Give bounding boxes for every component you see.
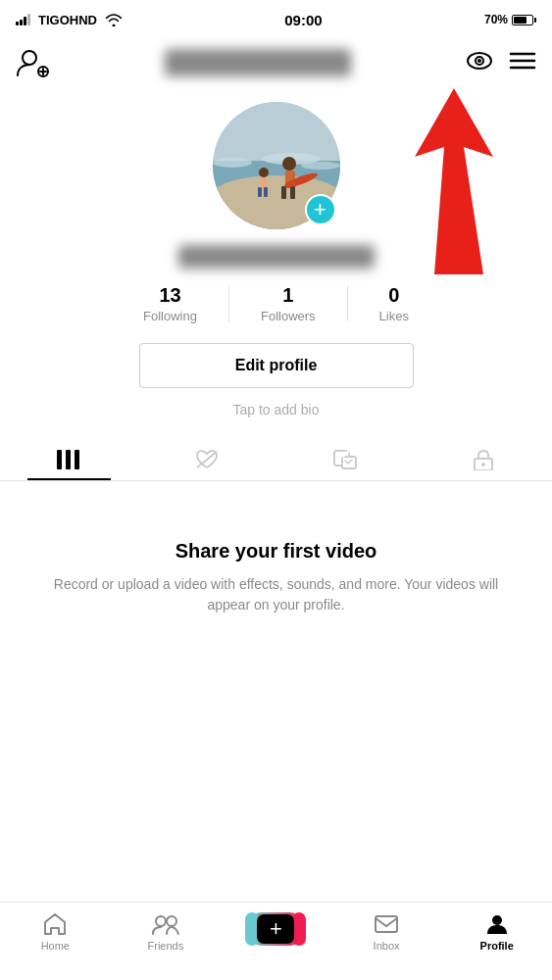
- nav-inbox[interactable]: Inbox: [331, 912, 442, 952]
- svg-rect-28: [66, 450, 71, 469]
- following-count: 13: [159, 284, 180, 307]
- nav-home-label: Home: [41, 940, 70, 952]
- likes-count: 0: [388, 284, 399, 307]
- svg-point-39: [492, 915, 502, 925]
- stats-row: 13 Following 1 Followers 0 Likes: [0, 284, 552, 323]
- nav-profile-label: Profile: [480, 940, 514, 952]
- svg-rect-20: [258, 187, 262, 197]
- likes-label: Likes: [379, 309, 409, 323]
- tab-tagged[interactable]: [276, 437, 415, 480]
- followers-label: Followers: [261, 309, 316, 323]
- nav-inbox-label: Inbox: [374, 940, 400, 952]
- svg-rect-21: [264, 187, 268, 197]
- edit-profile-button[interactable]: Edit profile: [139, 343, 414, 388]
- nav-profile[interactable]: Profile: [441, 912, 552, 952]
- tab-my-videos[interactable]: [0, 437, 138, 480]
- status-bar: TIGOHND 09:00 70%: [0, 0, 552, 35]
- svg-point-18: [259, 168, 269, 177]
- battery-icon: [512, 15, 536, 25]
- svg-point-0: [23, 51, 36, 65]
- nav-friends[interactable]: Friends: [111, 912, 222, 952]
- likes-stat[interactable]: 0 Likes: [348, 284, 440, 323]
- nav-friends-label: Friends: [148, 940, 184, 952]
- top-nav: [0, 35, 552, 90]
- status-left: TIGOHND: [16, 13, 123, 27]
- username-title-blur: [165, 49, 351, 76]
- svg-rect-25: [290, 186, 295, 199]
- create-icon: +: [257, 914, 294, 944]
- create-button[interactable]: +: [251, 912, 300, 946]
- bio-placeholder[interactable]: Tap to add bio: [233, 402, 320, 417]
- profile-section: + 13 Following 1 Followers 0 Likes Edit …: [0, 90, 552, 481]
- wifi-icon: [105, 14, 123, 26]
- svg-rect-38: [376, 916, 397, 932]
- svg-point-36: [156, 916, 166, 926]
- svg-rect-27: [57, 450, 62, 469]
- username-blur: [178, 245, 375, 269]
- add-photo-button[interactable]: +: [305, 194, 336, 225]
- menu-icon[interactable]: [509, 51, 536, 74]
- tab-liked-videos[interactable]: [138, 437, 276, 480]
- svg-point-13: [213, 158, 252, 168]
- empty-description: Record or upload a video with effects, s…: [39, 574, 513, 615]
- following-label: Following: [143, 309, 197, 323]
- signal-icon: [16, 14, 30, 25]
- empty-state: Share your first video Record or upload …: [0, 481, 552, 615]
- status-time: 09:00: [284, 12, 322, 28]
- svg-rect-24: [281, 186, 286, 199]
- nav-create[interactable]: +: [221, 912, 331, 946]
- battery-percent: 70%: [484, 13, 508, 26]
- nav-icons: [466, 49, 536, 76]
- carrier-label: TIGOHND: [38, 13, 97, 27]
- bottom-nav: Home Friends + Inbox Profile: [0, 902, 552, 980]
- svg-point-35: [481, 463, 485, 466]
- status-right: 70%: [484, 13, 536, 26]
- followers-stat[interactable]: 1 Followers: [229, 284, 347, 323]
- nav-home[interactable]: Home: [0, 912, 111, 952]
- eye-icon[interactable]: [466, 49, 493, 76]
- empty-title: Share your first video: [176, 540, 377, 563]
- svg-point-22: [282, 157, 296, 171]
- svg-rect-29: [75, 450, 79, 469]
- tabs-row: [0, 437, 552, 481]
- svg-point-15: [301, 162, 340, 170]
- following-stat[interactable]: 13 Following: [112, 284, 228, 323]
- avatar-container: +: [213, 102, 340, 229]
- svg-point-37: [167, 916, 176, 926]
- svg-point-6: [477, 59, 481, 63]
- add-user-button[interactable]: [16, 46, 49, 79]
- tab-private[interactable]: [414, 437, 552, 480]
- followers-count: 1: [282, 284, 293, 307]
